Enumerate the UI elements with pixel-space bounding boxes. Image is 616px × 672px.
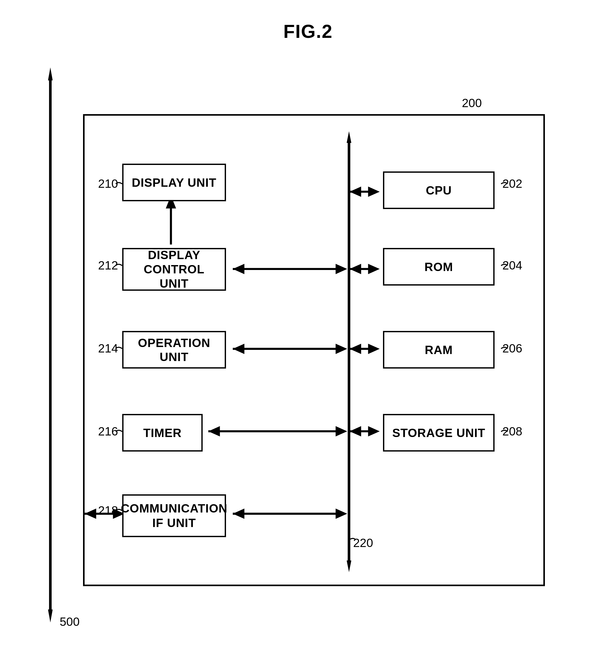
ref-200: 200 [462, 96, 482, 110]
svg-marker-1 [48, 67, 53, 80]
svg-marker-22 [368, 264, 380, 274]
display-unit-box: DISPLAY UNIT [122, 164, 226, 201]
svg-marker-33 [208, 426, 220, 437]
ram-box: RAM [383, 331, 495, 369]
svg-marker-15 [233, 509, 244, 519]
svg-marker-34 [336, 426, 347, 437]
svg-marker-28 [368, 426, 380, 437]
svg-marker-10 [336, 264, 347, 274]
operation-unit-box: OPERATION UNIT [122, 331, 226, 369]
rom-box: ROM [383, 248, 495, 286]
svg-marker-31 [336, 344, 347, 354]
curl-216 [113, 428, 123, 435]
svg-marker-4 [347, 131, 351, 143]
vertical-arrow-500 [48, 67, 53, 622]
timer-box: TIMER [122, 414, 203, 452]
curl-208 [500, 428, 510, 435]
svg-marker-9 [233, 264, 244, 274]
svg-marker-12 [85, 509, 96, 519]
curl-218 [113, 507, 123, 515]
ref-500: 500 [60, 615, 80, 629]
storage-unit-box: STORAGE UNIT [383, 414, 495, 452]
curl-210 [113, 180, 123, 188]
svg-marker-16 [336, 509, 347, 519]
svg-marker-25 [368, 344, 380, 354]
svg-marker-5 [347, 560, 351, 572]
cpu-box: CPU [383, 171, 495, 209]
svg-marker-19 [368, 186, 380, 197]
curl-202 [500, 180, 510, 188]
svg-marker-2 [48, 609, 53, 622]
curl-214 [113, 345, 123, 352]
curl-206 [500, 345, 510, 352]
curl-204 [500, 262, 510, 269]
main-box-200: DISPLAY UNIT DISPLAY CONTROL UNIT OPERAT… [83, 114, 545, 586]
curl-212 [113, 262, 123, 269]
display-control-unit-box: DISPLAY CONTROL UNIT [122, 248, 226, 291]
communication-if-unit-box: COMMUNICATION IF UNIT [122, 494, 226, 537]
svg-marker-30 [233, 344, 244, 354]
curl-220 [348, 536, 357, 544]
figure-title: FIG.2 [283, 21, 333, 42]
bus-vertical [347, 131, 351, 572]
